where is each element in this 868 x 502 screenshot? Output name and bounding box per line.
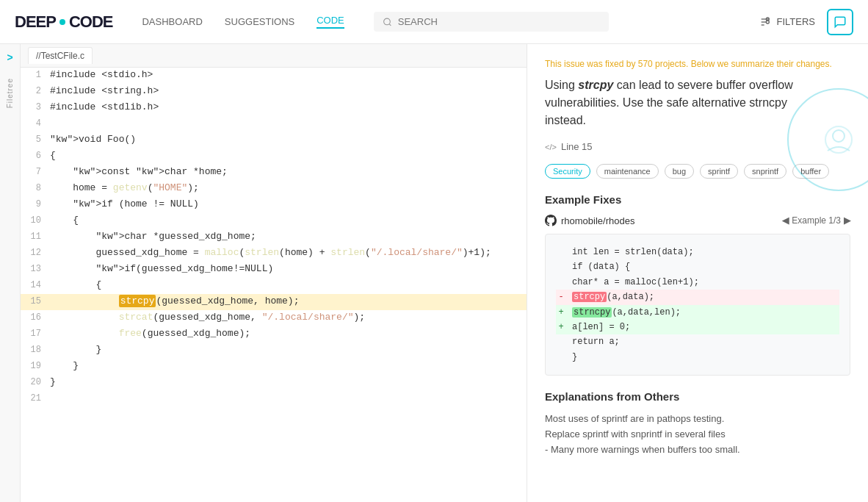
example-fixes-title: Example Fixes — [545, 193, 850, 206]
diff-code: return a; — [572, 334, 620, 349]
line-content: } — [50, 343, 527, 358]
line-number: 6 — [21, 148, 50, 163]
line-content: #include <stdio.h> — [50, 68, 527, 83]
diff-line: return a; — [556, 334, 839, 349]
code-line: 18 } — [21, 343, 527, 359]
code-line: 14 { — [21, 278, 527, 294]
diff-code: if (data) { — [572, 259, 630, 274]
explanation-text-container: Most uses of sprintf are in pathops test… — [545, 412, 850, 457]
line-content: #include <string.h> — [50, 84, 527, 99]
svg-line-1 — [389, 24, 391, 25]
code-line: 6{ — [21, 148, 527, 165]
code-line: 19 } — [21, 359, 527, 375]
line-number: 9 — [21, 197, 50, 212]
code-line: 8 home = getenv("HOME"); — [21, 181, 527, 197]
code-line: 7 "kw">const "kw">char *home; — [21, 165, 527, 181]
code-bracket-icon: </> — [545, 143, 557, 151]
line-number: 2 — [21, 84, 50, 98]
line-content: } — [50, 375, 527, 390]
diff-code: strcpy(a,data); — [572, 290, 654, 304]
line-number: 8 — [21, 181, 50, 196]
diff-line: int len = strlen(data); — [556, 245, 839, 259]
line-content: "kw">void Foo() — [50, 132, 527, 148]
line-number: 7 — [21, 165, 50, 179]
example-fixes-section: Example Fixes rhomobile/rhodes ◀ Example… — [545, 193, 850, 376]
code-tab[interactable]: //TestCFile.c — [28, 47, 93, 64]
main-layout: > Filetree //TestCFile.c 1#include <stdi… — [0, 44, 868, 502]
line-number: 3 — [21, 100, 50, 115]
strcpy-highlight: strcpy — [119, 295, 156, 307]
line-number: 10 — [21, 213, 50, 228]
search-bar — [374, 12, 609, 32]
line-content: #include <stdlib.h> — [50, 100, 527, 115]
prev-example-arrow[interactable]: ◀ — [782, 215, 789, 226]
diff-code: strncpy(a,data,len); — [572, 305, 681, 320]
line-number-ref: Line 15 — [561, 141, 593, 152]
chat-icon — [833, 15, 847, 29]
code-line: 15 strcpy(guessed_xdg_home, home); — [21, 294, 527, 310]
line-content: strcat(guessed_xdg_home, "/.local/share/… — [50, 310, 527, 326]
line-number: 19 — [21, 359, 50, 373]
nav-suggestions[interactable]: SUGGESTIONS — [225, 16, 294, 27]
code-line: 3#include <stdlib.h> — [21, 100, 527, 116]
line-content: "kw">char *guessed_xdg_home; — [50, 229, 527, 245]
diff-line: } — [556, 350, 839, 365]
line-content: free(guessed_xdg_home); — [50, 326, 527, 342]
explanations-title: Explanations from Others — [545, 390, 850, 403]
code-line: 12 guessed_xdg_home = malloc(strlen(home… — [21, 245, 527, 262]
repo-name: rhomobile/rhodes — [561, 215, 634, 226]
explanation-line: Most uses of sprintf are in pathops test… — [545, 412, 850, 427]
main-nav: DASHBOARD SUGGESTIONS CODE — [142, 15, 344, 29]
code-content: 1#include <stdio.h>2#include <string.h>3… — [21, 68, 527, 502]
line-content: "kw">if(guessed_xdg_home!=NULL) — [50, 262, 527, 277]
diff-line: char* a = malloc(len+1); — [556, 275, 839, 290]
diff-code: char* a = malloc(len+1); — [572, 275, 699, 290]
line-number: 4 — [21, 116, 50, 131]
header-right: FILTERS — [759, 9, 854, 35]
code-line: 10 { — [21, 213, 527, 229]
line-number: 16 — [21, 310, 50, 325]
search-icon — [383, 17, 392, 27]
example-nav-label: Example 1/3 — [792, 215, 841, 226]
example-repo: rhomobile/rhodes — [545, 215, 634, 226]
line-number: 15 — [21, 294, 50, 309]
code-line: 1#include <stdio.h> — [21, 68, 527, 84]
github-icon — [545, 215, 557, 226]
code-line: 11 "kw">char *guessed_xdg_home; — [21, 229, 527, 245]
line-number: 17 — [21, 326, 50, 341]
issue-description: Using strcpy can lead to severe buffer o… — [545, 76, 824, 129]
nav-code[interactable]: CODE — [317, 15, 344, 29]
diff-line: + strncpy(a,data,len); — [556, 305, 839, 320]
logo-deep: DEEP — [15, 12, 56, 32]
tag: bug — [665, 164, 694, 179]
chat-button[interactable] — [827, 9, 853, 35]
nav-dashboard[interactable]: DASHBOARD — [142, 16, 202, 27]
header: DEEP CODE DASHBOARD SUGGESTIONS CODE FIL… — [0, 0, 868, 44]
diff-line: - strcpy(a,data); — [556, 290, 839, 304]
code-panel: //TestCFile.c 1#include <stdio.h>2#inclu… — [21, 44, 527, 502]
sidebar-toggle[interactable]: > — [7, 51, 12, 63]
example-header: rhomobile/rhodes ◀ Example 1/3 ▶ — [545, 215, 850, 226]
code-line: 5"kw">void Foo() — [21, 132, 527, 148]
line-number: 14 — [21, 278, 50, 293]
line-content: strcpy(guessed_xdg_home, home); — [50, 294, 527, 309]
search-input[interactable] — [398, 16, 600, 27]
line-content: home = getenv("HOME"); — [50, 181, 527, 196]
svg-point-8 — [833, 130, 845, 142]
tag: sprintf — [700, 164, 738, 179]
code-line: 2#include <string.h> — [21, 84, 527, 100]
explanations-section: Explanations from Others Most uses of sp… — [545, 390, 850, 457]
line-content: { — [50, 148, 527, 164]
next-example-arrow[interactable]: ▶ — [844, 215, 850, 226]
line-number: 13 — [21, 262, 50, 276]
diff-line: if (data) { — [556, 259, 839, 274]
code-line: 4 — [21, 116, 527, 132]
filter-icon — [759, 16, 771, 28]
line-number: 20 — [21, 375, 50, 390]
tag: maintenance — [596, 164, 659, 179]
filetree-label: Filetree — [6, 78, 14, 108]
code-line: 20} — [21, 375, 527, 391]
code-line: 17 free(guessed_xdg_home); — [21, 326, 527, 343]
diff-code: } — [572, 350, 577, 365]
example-nav: ◀ Example 1/3 ▶ — [782, 215, 850, 226]
